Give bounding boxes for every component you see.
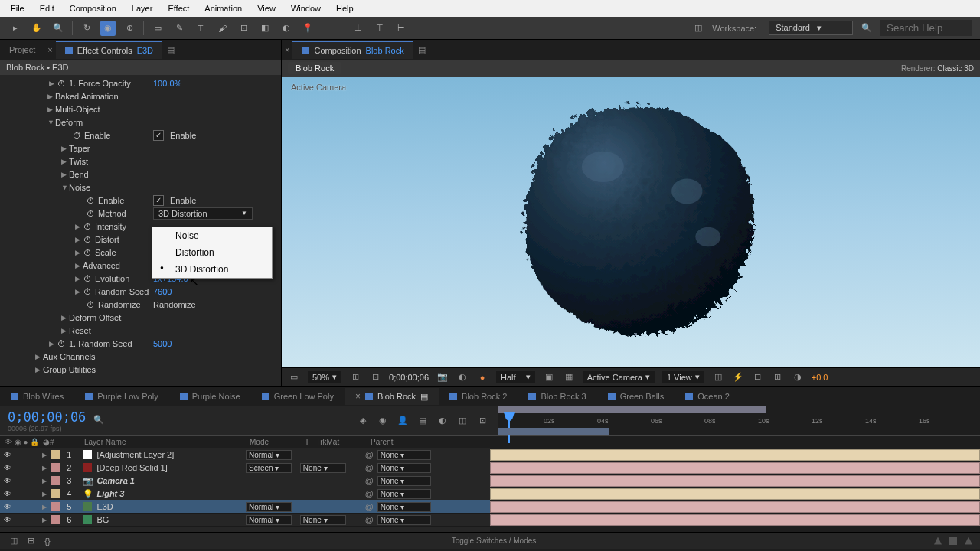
layer-color-swatch[interactable] <box>51 489 60 498</box>
axis-local-icon[interactable]: ⊥ <box>351 21 366 36</box>
layer-color-swatch[interactable] <box>51 463 60 472</box>
stopwatch-icon[interactable]: ⏱ <box>72 131 81 140</box>
graph-editor-icon[interactable]: ◫ <box>455 413 470 429</box>
rectangle-tool-icon[interactable]: ▭ <box>150 21 165 36</box>
tree-toggle-icon[interactable]: ▶ <box>61 145 69 152</box>
sync-icon[interactable]: ◫ <box>691 21 706 36</box>
frame-blend-icon[interactable]: ▤ <box>415 413 430 429</box>
viewport[interactable]: Active Camera <box>282 77 980 367</box>
timeline-timecode[interactable]: 0;00;00;06 <box>8 409 86 425</box>
current-time[interactable]: 0;00;00;06 <box>389 373 429 382</box>
search-help-input[interactable] <box>880 20 972 36</box>
comp-mini-flow-icon[interactable]: ◈ <box>355 413 371 429</box>
pickwhip-icon[interactable]: @ <box>365 489 374 498</box>
layer-expand-icon[interactable]: ▶ <box>42 478 48 484</box>
stopwatch-icon[interactable]: ⏱ <box>86 209 95 218</box>
parent-select[interactable]: None ▾ <box>377 463 431 473</box>
randomize-button[interactable]: Randomize <box>153 300 196 309</box>
fast-preview-icon[interactable]: ⚡ <box>732 371 744 383</box>
blend-mode-select[interactable]: Normal ▾ <box>246 502 292 512</box>
layer-track-bar[interactable] <box>490 501 980 513</box>
stopwatch-icon[interactable]: ⏱ <box>83 274 92 283</box>
layer-row[interactable]: 👁▶2[Deep Red Solid 1]Screen ▾None ▾@None… <box>0 461 490 474</box>
tab-close-icon[interactable]: × <box>355 391 361 402</box>
tree-toggle-icon[interactable]: ▶ <box>61 314 69 321</box>
menu-effect[interactable]: Effect <box>160 4 197 13</box>
camera-tool-icon[interactable]: ◉ <box>100 21 116 36</box>
menu-window[interactable]: Window <box>283 4 328 13</box>
layer-color-swatch[interactable] <box>51 450 60 459</box>
parent-select[interactable]: None ▾ <box>377 476 431 486</box>
tab-close-icon[interactable]: × <box>44 45 55 54</box>
visibility-icon[interactable]: 👁 <box>3 450 12 459</box>
stopwatch-icon[interactable]: ⏱ <box>83 222 92 231</box>
hand-tool-icon[interactable]: ✋ <box>29 21 44 36</box>
tab-menu-icon[interactable]: ▤ <box>420 392 428 402</box>
tree-toggle-icon[interactable]: ▶ <box>49 80 57 87</box>
parent-select[interactable]: None ▾ <box>377 515 431 525</box>
rotation-tool-icon[interactable]: ↻ <box>79 21 94 36</box>
timeline-search-icon[interactable]: 🔍 <box>93 415 106 427</box>
parent-select[interactable]: None ▾ <box>377 489 431 499</box>
blend-mode-select[interactable]: Normal ▾ <box>246 515 292 525</box>
tree-toggle-icon[interactable]: ▶ <box>47 106 55 113</box>
timeline-tab[interactable]: Blob Wires <box>0 389 74 404</box>
axis-view-icon[interactable]: ⊢ <box>394 21 409 36</box>
layer-switch-icon[interactable]: ◫ <box>8 535 20 547</box>
method-dropdown[interactable]: 3D Distortion▼ <box>153 207 253 220</box>
camera-view-dropdown[interactable]: Active Camera ▾ <box>583 371 655 383</box>
stopwatch-icon[interactable]: ⏱ <box>86 300 95 309</box>
pixel-aspect-icon[interactable]: ◫ <box>712 371 724 383</box>
tree-toggle-icon[interactable]: ▶ <box>61 158 69 165</box>
layer-expand-icon[interactable]: ▶ <box>42 491 48 497</box>
tab-menu-icon[interactable]: ▤ <box>162 45 179 55</box>
eraser-tool-icon[interactable]: ◧ <box>257 21 273 36</box>
roto-tool-icon[interactable]: ◐ <box>279 21 294 36</box>
visibility-icon[interactable]: 👁 <box>3 463 12 472</box>
layer-expand-icon[interactable]: ▶ <box>42 504 48 510</box>
stopwatch-icon[interactable]: ⏱ <box>57 339 66 348</box>
snapshot-icon[interactable]: 📷 <box>436 371 449 383</box>
parent-select[interactable]: None ▾ <box>377 502 431 512</box>
pickwhip-icon[interactable]: @ <box>365 476 374 485</box>
tree-toggle-icon[interactable]: ▶ <box>75 249 83 256</box>
timeline-tab[interactable]: Green Low Poly <box>251 389 345 404</box>
timeline-tab[interactable]: Ocean 2 <box>675 389 740 404</box>
views-dropdown[interactable]: 1 View ▾ <box>662 371 704 383</box>
shy-icon[interactable]: 👤 <box>395 413 410 429</box>
pickwhip-icon[interactable]: @ <box>365 463 374 472</box>
brackets-icon[interactable]: {} <box>41 535 54 547</box>
grid-icon[interactable]: ⊞ <box>349 371 361 383</box>
timeline-tab[interactable]: Blob Rock 3 <box>518 389 596 404</box>
workspace-dropdown[interactable]: Standard ▾ <box>769 21 853 35</box>
draft-3d-icon[interactable]: ◉ <box>375 413 390 429</box>
layer-track-bar[interactable] <box>490 514 980 526</box>
stopwatch-icon[interactable]: ⏱ <box>83 235 92 244</box>
visibility-icon[interactable]: 👁 <box>3 489 12 498</box>
one-random-seed-value[interactable]: 5000 <box>153 339 172 348</box>
magnification-icon[interactable]: ▭ <box>288 371 300 383</box>
tree-toggle-icon[interactable]: ▶ <box>75 236 83 243</box>
menu-help[interactable]: Help <box>328 4 361 13</box>
channel-icon[interactable]: ◐ <box>456 371 469 383</box>
pickwhip-icon[interactable]: @ <box>365 515 374 524</box>
layer-color-swatch[interactable] <box>51 476 60 485</box>
random-seed-value[interactable]: 7600 <box>153 287 172 296</box>
layer-track-bar[interactable] <box>490 449 980 461</box>
visibility-icon[interactable]: 👁 <box>3 502 12 511</box>
toggle-switches-button[interactable]: Toggle Switches / Modes <box>452 536 537 545</box>
comp-name-badge[interactable]: Blob Rock <box>288 62 341 74</box>
parent-select[interactable]: None ▾ <box>377 450 431 460</box>
layer-color-swatch[interactable] <box>51 502 60 511</box>
brush-tool-icon[interactable]: 🖌 <box>214 21 230 36</box>
project-tab[interactable]: Project <box>0 41 44 58</box>
tree-toggle-icon[interactable]: ▶ <box>35 353 43 360</box>
menu-edit[interactable]: Edit <box>32 4 62 13</box>
layer-row[interactable]: 👁▶3📷Camera 1@None ▾ <box>0 474 490 487</box>
tree-toggle-icon[interactable]: ▶ <box>75 223 83 230</box>
layer-color-swatch[interactable] <box>51 515 60 524</box>
timeline-tab[interactable]: Purple Noise <box>169 389 251 404</box>
pickwhip-icon[interactable]: @ <box>365 502 374 511</box>
tree-toggle-icon[interactable]: ▶ <box>61 171 69 178</box>
tree-toggle-icon[interactable]: ▼ <box>61 184 69 191</box>
